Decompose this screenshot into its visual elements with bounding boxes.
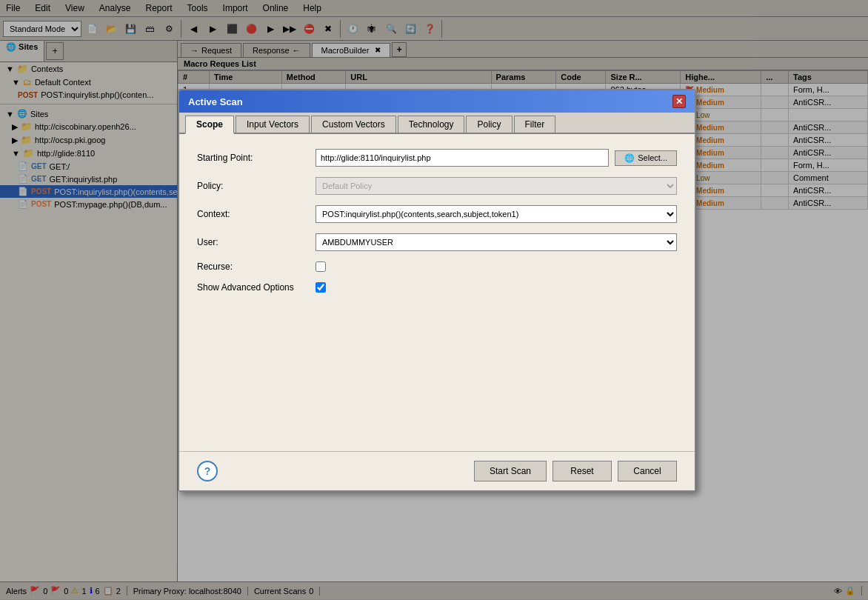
active-scan-dialog: Active Scan ✕ Scope Input Vectors Custom… (178, 89, 696, 492)
recurse-label: Recurse: (197, 261, 316, 272)
show-advanced-label: Show Advanced Options (197, 282, 316, 293)
show-advanced-checkbox[interactable] (316, 282, 326, 293)
modal-overlay: Active Scan ✕ Scope Input Vectors Custom… (0, 0, 868, 600)
dialog-tabs: Scope Input Vectors Custom Vectors Techn… (179, 113, 695, 134)
start-scan-btn[interactable]: Start Scan (474, 461, 547, 481)
user-label: User: (197, 237, 316, 247)
context-label: Context: (197, 209, 316, 219)
dialog-tab-technology[interactable]: Technology (398, 116, 465, 133)
starting-point-input[interactable] (316, 149, 609, 167)
empty-space (197, 303, 677, 436)
user-select[interactable]: AMBDUMMYUSER (316, 233, 677, 251)
dialog-close-btn[interactable]: ✕ (672, 95, 686, 108)
context-select[interactable]: POST:inquirylist.php()(contents,search,s… (316, 205, 677, 223)
dialog-title-bar: Active Scan ✕ (179, 90, 695, 113)
context-row: Context: POST:inquirylist.php()(contents… (197, 205, 677, 223)
policy-label: Policy: (197, 181, 316, 191)
dialog-tab-scope[interactable]: Scope (185, 116, 234, 134)
help-btn[interactable]: ? (197, 461, 218, 481)
select-btn[interactable]: 🌐 Select... (615, 150, 677, 166)
policy-select[interactable]: Default Policy (316, 177, 677, 195)
show-advanced-row: Show Advanced Options (197, 282, 677, 293)
reset-btn[interactable]: Reset (552, 461, 612, 481)
dialog-title-text: Active Scan (188, 96, 243, 107)
dialog-tab-filter[interactable]: Filter (514, 116, 556, 133)
recurse-row: Recurse: (197, 261, 677, 272)
dialog-tab-policy[interactable]: Policy (466, 116, 512, 133)
select-btn-label: Select... (638, 153, 667, 162)
recurse-checkbox[interactable] (316, 261, 326, 272)
dialog-tab-input-vectors[interactable]: Input Vectors (236, 116, 310, 133)
dialog-footer: ? Start Scan Reset Cancel (179, 451, 695, 490)
dialog-body: Starting Point: 🌐 Select... Policy: Defa… (179, 134, 695, 451)
starting-point-row: Starting Point: 🌐 Select... (197, 149, 677, 167)
user-row: User: AMBDUMMYUSER (197, 233, 677, 251)
dialog-tab-custom-vectors[interactable]: Custom Vectors (311, 116, 396, 133)
policy-row: Policy: Default Policy (197, 177, 677, 195)
cancel-btn[interactable]: Cancel (618, 461, 677, 481)
globe-btn-icon: 🌐 (624, 153, 635, 163)
footer-left: ? (197, 461, 468, 481)
starting-point-label: Starting Point: (197, 153, 316, 163)
